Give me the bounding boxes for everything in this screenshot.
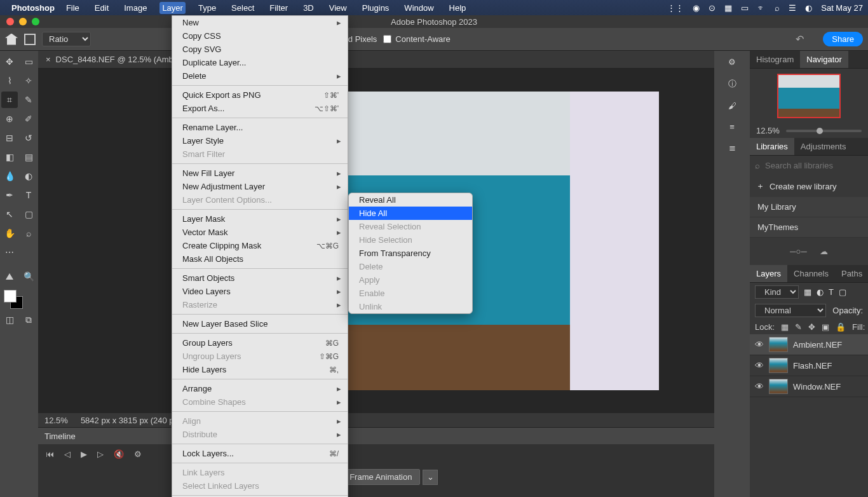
prev-frame-button[interactable]: ◁	[64, 449, 71, 459]
stamp-tool[interactable]: ⊟	[1, 130, 18, 146]
library-search-input[interactable]	[765, 161, 868, 170]
menu-image[interactable]: Image	[121, 2, 149, 14]
menu-select[interactable]: Select	[229, 2, 257, 14]
adjust-icon[interactable]: ⚙	[728, 57, 736, 67]
filter-type-icon[interactable]: T	[829, 287, 834, 297]
menu-item[interactable]: New Adjustment Layer▸	[172, 180, 348, 193]
visibility-icon[interactable]: 👁	[755, 339, 764, 350]
lock-pos-icon[interactable]: ✥	[808, 322, 815, 332]
blur-tool[interactable]: 💧	[1, 168, 18, 184]
color-swatch[interactable]	[4, 290, 23, 309]
create-library-button[interactable]: ＋ Create new library	[750, 175, 868, 197]
menu-item[interactable]: Duplicate Layer...	[172, 56, 348, 69]
menu-item[interactable]: Create Clipping Mask⌥⌘G	[172, 239, 348, 252]
menu-item[interactable]: Quick Export as PNG⇧⌘'	[172, 88, 348, 102]
menu-item[interactable]: New Fill Layer▸	[172, 167, 348, 180]
menu-item[interactable]: Video Layers▸	[172, 285, 348, 298]
menu-item[interactable]: Layer Style▸	[172, 134, 348, 147]
app-name[interactable]: Photoshop	[11, 3, 55, 13]
swatches-icon[interactable]: ≡	[729, 122, 735, 132]
path-tool[interactable]: ↖	[1, 206, 18, 222]
zoom-slider[interactable]	[786, 130, 862, 132]
visibility-icon[interactable]: 👁	[755, 360, 764, 371]
filter-adj-icon[interactable]: ◐	[817, 287, 824, 297]
crop-tool-indicator[interactable]	[24, 34, 36, 45]
library-item[interactable]: My Library	[750, 197, 868, 217]
maximize-window-button[interactable]	[32, 18, 39, 25]
lock-trans-icon[interactable]: ▦	[781, 322, 789, 332]
timeline-settings-button[interactable]: ⚙	[134, 449, 142, 459]
menu-item[interactable]: Export As...⌥⇧⌘'	[172, 102, 348, 115]
menu-help[interactable]: Help	[447, 2, 469, 14]
eyedropper-tool[interactable]: ✎	[20, 92, 37, 108]
tab-adjustments[interactable]: Adjustments	[794, 138, 853, 155]
menu-type[interactable]: Type	[196, 2, 219, 14]
dodge-tool[interactable]: ◐	[20, 168, 37, 184]
blend-mode-select[interactable]: Normal	[755, 304, 826, 317]
screenmode-tool[interactable]: ⧉	[20, 311, 37, 328]
menu-plugins[interactable]: Plugins	[360, 2, 392, 14]
siri-icon[interactable]: ◐	[805, 3, 812, 13]
layer-row[interactable]: 👁Ambient.NEF	[750, 334, 868, 355]
status-zoom[interactable]: 12.5%	[44, 416, 68, 425]
tab-libraries[interactable]: Libraries	[750, 138, 794, 155]
menu-file[interactable]: File	[64, 2, 82, 14]
pen-tool[interactable]: ✒	[1, 187, 18, 203]
lib-link-icon[interactable]: ─○─	[790, 247, 806, 256]
quickmask-tool[interactable]: ◫	[1, 311, 18, 328]
layer-row[interactable]: 👁Window.NEF	[750, 376, 868, 397]
library-item[interactable]: MyThemes	[750, 217, 868, 238]
zoom-tool[interactable]: ⌕	[20, 225, 37, 242]
tab-navigator[interactable]: Navigator	[800, 51, 848, 68]
magnify-tool[interactable]: 🔍	[20, 268, 37, 285]
search-icon[interactable]: ⌕	[775, 3, 780, 13]
menu-item[interactable]: Rename Layer...	[172, 121, 348, 134]
close-window-button[interactable]	[6, 18, 14, 25]
triangle-tool[interactable]	[1, 268, 18, 285]
cc-icon[interactable]: ▦	[724, 3, 732, 13]
healing-tool[interactable]: ⊕	[1, 111, 18, 127]
navigator-zoom[interactable]: 12.5%	[756, 126, 780, 135]
tab-layers[interactable]: Layers	[750, 265, 787, 282]
filter-shape-icon[interactable]: ▢	[839, 287, 846, 297]
record-icon[interactable]: ◉	[693, 3, 700, 13]
menu-item[interactable]: New▸	[172, 16, 348, 29]
document-tab[interactable]: ×DSC_8448.NEF @ 12.5% (Ambie	[38, 51, 714, 69]
menu-item[interactable]: Delete▸	[172, 69, 348, 83]
menu-item[interactable]: Lock Layers...⌘/	[172, 447, 348, 460]
lock-pixels-icon[interactable]: ✎	[795, 322, 802, 332]
menu-item[interactable]: Hide All	[349, 207, 472, 220]
tab-channels[interactable]: Channels	[787, 265, 835, 282]
filter-pixel-icon[interactable]: ▦	[804, 287, 811, 297]
wifi-icon[interactable]: ᯤ	[757, 3, 766, 13]
lock-all-icon[interactable]: 🔒	[836, 322, 846, 332]
mute-button[interactable]: 🔇	[114, 449, 124, 459]
hand-tool[interactable]: ✋	[1, 225, 18, 242]
menu-edit[interactable]: Edit	[92, 2, 111, 14]
visibility-icon[interactable]: 👁	[755, 381, 764, 391]
menu-item[interactable]: Layer Mask▸	[172, 212, 348, 226]
styles-icon[interactable]: ≣	[729, 143, 736, 153]
goto-start-button[interactable]: ⏮	[46, 449, 54, 459]
crop-tool[interactable]: ⌗	[1, 92, 18, 108]
play-button[interactable]: ▶	[81, 449, 87, 459]
control-center-icon[interactable]: ☰	[789, 3, 796, 13]
lib-cloud-icon[interactable]: ☁	[820, 247, 828, 256]
layer-kind-select[interactable]: Kind	[755, 285, 799, 299]
type-tool[interactable]: T	[20, 187, 37, 203]
menu-layer[interactable]: Layer	[159, 2, 186, 14]
menu-item[interactable]: Reveal All	[349, 193, 472, 207]
layer-row[interactable]: 👁Flash.NEF	[750, 355, 868, 376]
menu-item[interactable]: Hide Layers⌘,	[172, 363, 348, 376]
brushes-icon[interactable]: 🖌	[728, 101, 736, 111]
more-tools[interactable]: ⋯	[1, 244, 18, 261]
brush-tool[interactable]: ✐	[20, 111, 37, 127]
menu-view[interactable]: View	[327, 2, 349, 14]
menu-item[interactable]: Group Layers⌘G	[172, 336, 348, 350]
menu-item[interactable]: Vector Mask▸	[172, 226, 348, 239]
status-icon[interactable]: ⋮⋮	[667, 3, 684, 13]
wand-tool[interactable]: ✧	[20, 72, 37, 89]
create-frame-dropdown[interactable]: ⌄	[423, 470, 438, 485]
ratio-select[interactable]: Ratio	[42, 32, 91, 46]
menu-item[interactable]: Arrange▸	[172, 382, 348, 395]
